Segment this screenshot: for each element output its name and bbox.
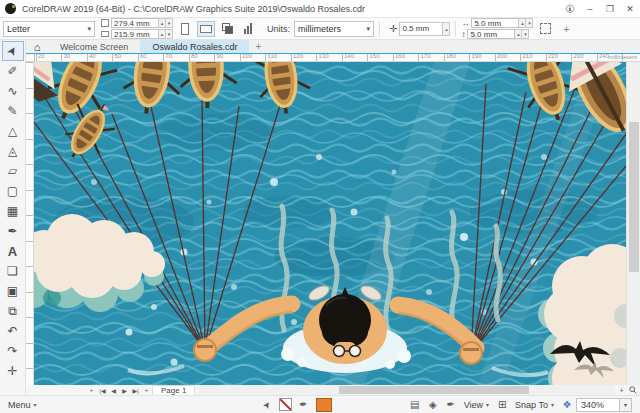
add-page-button[interactable]: + — [86, 385, 97, 395]
page-width-icon — [101, 19, 109, 27]
rectangle-tool[interactable]: ▢ — [2, 181, 24, 201]
freehand-tool[interactable]: ∿ — [2, 81, 24, 101]
page-size-dropdown[interactable]: Letter ▾ — [3, 21, 95, 37]
property-bar: Letter ▾ 279.4 mm ▴▾ 215.9 mm ▴▾ Units: … — [0, 18, 640, 40]
ruler-tick-label: 30 — [64, 53, 71, 59]
smart-drawing-tool[interactable]: △ — [2, 121, 24, 141]
ruler-tick-label: 230 — [574, 53, 584, 59]
dup-y-spin-up[interactable]: ▴ — [515, 29, 522, 39]
home-tab-button[interactable]: ⌂ — [26, 40, 48, 53]
close-button[interactable]: ✕ — [620, 1, 640, 17]
eraser-tool[interactable]: ▱ — [2, 161, 24, 181]
status-menu-button[interactable]: Menu ▾ — [0, 396, 43, 413]
width-spin-down[interactable]: ▾ — [166, 18, 173, 28]
canvas-artwork — [34, 62, 626, 385]
add-tool-button[interactable]: ✛ — [2, 361, 24, 381]
restore-button[interactable]: ❐ — [600, 1, 620, 17]
info-button[interactable]: 🛈 — [560, 1, 580, 17]
pen-outline-icon[interactable]: ✒ — [296, 398, 312, 412]
units-label: Units: — [267, 24, 290, 34]
ruler-tick-label: 140 — [344, 53, 354, 59]
coreldraw-logo-icon — [5, 3, 16, 14]
horizontal-scrollbar-thumb[interactable] — [339, 386, 529, 394]
eyedropper-tool[interactable]: ✒ — [2, 221, 24, 241]
dup-x-spin-up[interactable]: ▴ — [519, 18, 526, 28]
document-palette-icon[interactable]: ▤ — [407, 398, 423, 412]
next-page-button[interactable]: ▶ — [119, 385, 130, 395]
ruler-tick-label: 40 — [89, 53, 96, 59]
ruler-tick-label: 80 — [191, 53, 198, 59]
tab-welcome-screen[interactable]: Welcome Screen — [48, 40, 140, 53]
all-pages-button[interactable] — [239, 21, 257, 37]
ruler-tick-label: 190 — [472, 53, 482, 59]
horizontal-ruler[interactable]: 2030405060708090100110120130140150160170… — [26, 54, 640, 62]
view-dropdown[interactable]: View ▾ — [460, 400, 493, 410]
page-tab[interactable]: Page 1 — [152, 385, 195, 395]
first-page-button[interactable]: |◀ — [97, 385, 108, 395]
nudge-offset-input[interactable]: 0.5 mm — [399, 22, 443, 36]
shape-tool[interactable]: ✐ — [2, 61, 24, 81]
all-pages-icon — [244, 23, 253, 34]
page-width-input[interactable]: 279.4 mm — [111, 18, 159, 28]
customize-toolbar-button[interactable]: + — [557, 21, 575, 37]
vertical-scrollbar-thumb[interactable] — [629, 122, 639, 272]
ruler-tick-label: 130 — [319, 53, 329, 59]
clipboard-tool[interactable]: ⧉ — [2, 301, 24, 321]
nudge-spin-up[interactable]: ▴ — [443, 22, 450, 36]
new-document-tab-button[interactable]: + — [249, 40, 267, 53]
swimmer-fist-left — [194, 339, 216, 361]
dup-y-spin-down[interactable]: ▾ — [522, 29, 529, 39]
dup-x-spin-down[interactable]: ▾ — [526, 18, 533, 28]
minimize-button[interactable]: – — [580, 1, 600, 17]
units-value: millimeters — [298, 24, 341, 34]
quick-zoom-add-button[interactable]: + — [616, 385, 627, 395]
swimmer-fist-right — [460, 342, 482, 364]
fill-color-swatch[interactable] — [316, 398, 332, 412]
transparency-tool[interactable]: ▦ — [2, 201, 24, 221]
page-nav-buttons: +|◀◀▶▶|+ — [86, 385, 152, 395]
landscape-button[interactable] — [197, 21, 215, 37]
treat-as-filled-button[interactable] — [536, 21, 554, 37]
pick-tool[interactable]: ➤ — [2, 41, 24, 61]
object-details-icon[interactable]: ◈ — [425, 398, 441, 412]
dimension-tool[interactable]: ◬ — [2, 141, 24, 161]
height-spin-down[interactable]: ▾ — [166, 29, 173, 39]
last-page-button[interactable]: ▶| — [130, 385, 141, 395]
snap-to-dropdown[interactable]: Snap To ▾ — [511, 400, 558, 410]
coreldraw-window: CorelDRAW 2019 (64-Bit) - C:\CorelDRAW G… — [0, 0, 640, 413]
drawing-canvas[interactable] — [34, 62, 626, 385]
horizontal-scrollbar[interactable] — [199, 385, 614, 395]
zoom-level-input[interactable]: 340% — [576, 398, 620, 412]
tab-document[interactable]: Oswaldo Rosales.cdr — [140, 40, 249, 53]
prev-page-button[interactable]: ◀ — [108, 385, 119, 395]
document-window-icon[interactable]: ❖ — [559, 398, 575, 412]
duplicate-y-input[interactable]: 5.0 mm — [467, 29, 515, 39]
current-page-button[interactable] — [218, 21, 236, 37]
snap-icon[interactable]: ⊞ — [494, 398, 510, 412]
undo-arrow-tool[interactable]: ↶ — [2, 321, 24, 341]
units-dropdown[interactable]: millimeters ▾ — [294, 21, 374, 37]
redo-arrow-tool[interactable]: ↷ — [2, 341, 24, 361]
ruler-unit-label: millimeters — [608, 54, 637, 60]
vertical-ruler[interactable] — [26, 62, 34, 385]
magnifier-icon[interactable] — [627, 385, 638, 395]
vertical-scrollbar[interactable] — [626, 62, 640, 385]
chevron-down-icon: ▾ — [486, 401, 489, 408]
artistic-media-tool[interactable]: ✎ — [2, 101, 24, 121]
chevron-down-icon: ▾ — [34, 401, 37, 408]
page-height-input[interactable]: 215.9 mm — [111, 29, 159, 39]
ruler-tick-label: 220 — [548, 53, 558, 59]
zoom-dropdown-arrow[interactable]: ▾ — [620, 398, 632, 412]
width-spin-up[interactable]: ▴ — [159, 18, 166, 28]
portrait-button[interactable] — [176, 21, 194, 37]
drop-shadow-tool[interactable]: ❏ — [2, 261, 24, 281]
outline-color-none-icon[interactable] — [279, 398, 292, 411]
contour-tool[interactable]: ▣ — [2, 281, 24, 301]
add-page-button-2[interactable]: + — [141, 385, 152, 395]
duplicate-x-input[interactable]: 5.0 mm — [471, 18, 519, 28]
text-tool[interactable]: A — [2, 241, 24, 261]
eyedropper-status-icon[interactable]: ✒ — [443, 398, 459, 412]
duplicate-x-icon: ↔ — [461, 19, 469, 28]
ruler-tick-label: 70 — [166, 53, 173, 59]
height-spin-up[interactable]: ▴ — [159, 29, 166, 39]
